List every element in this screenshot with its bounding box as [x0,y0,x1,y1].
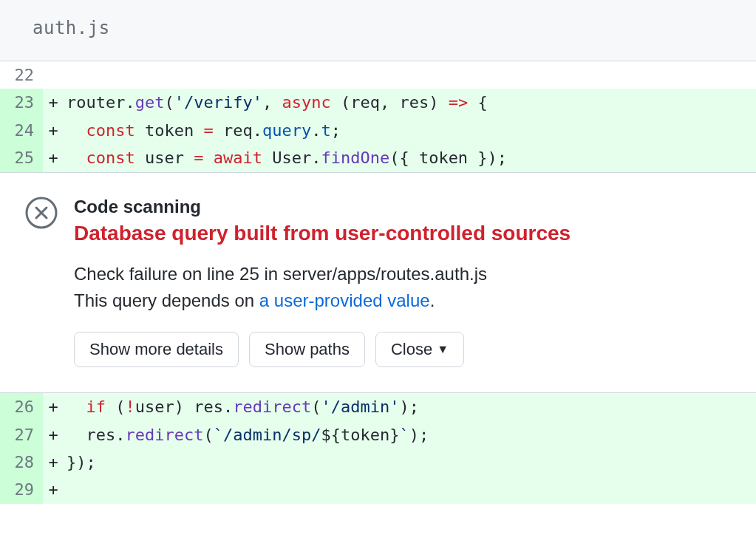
code-content[interactable]: if (!user) res.redirect('/admin'); [64,393,756,420]
diff-marker: + [43,449,64,476]
line-number: 25 [0,144,43,171]
show-more-details-button[interactable]: Show more details [74,332,239,368]
diff-marker: + [43,476,64,503]
code-line: 25+ const user = await User.findOne({ to… [0,144,756,171]
code-content[interactable]: router.get('/verify', async (req, res) =… [64,89,756,116]
code-content[interactable]: const token = req.query.t; [64,117,756,144]
diff-marker: + [43,89,64,116]
code-content[interactable]: const user = await User.findOne({ token … [64,144,756,171]
code-content[interactable] [64,61,756,89]
annotation-kicker: Code scanning [74,197,734,217]
line-number: 23 [0,89,43,116]
diff-marker: + [43,117,64,144]
annotation-close-icon[interactable] [25,197,58,368]
annotation-description: This query depends on a user-provided va… [74,290,734,311]
file-header: auth.js [0,0,756,61]
annotation-location: Check failure on line 25 in server/apps/… [74,264,734,284]
diff-table-bottom: 26+ if (!user) res.redirect('/admin');27… [0,393,756,504]
code-line: 23+router.get('/verify', async (req, res… [0,89,756,116]
annotation-title: Database query built from user-controlle… [74,220,734,246]
close-dropdown-button[interactable]: Close▼ [375,332,464,368]
annotation-source-link[interactable]: a user-provided value [259,290,430,310]
code-scanning-annotation: Code scanning Database query built from … [0,172,756,394]
diff-marker: + [43,421,64,449]
code-line: 26+ if (!user) res.redirect('/admin'); [0,393,756,420]
code-line: 28+}); [0,449,756,476]
code-content[interactable]: }); [64,449,756,476]
line-number: 27 [0,421,43,449]
diff-marker: + [43,144,64,171]
code-line: 24+ const token = req.query.t; [0,117,756,144]
code-line: 22 [0,61,756,89]
annotation-button-row: Show more details Show paths Close▼ [74,332,734,368]
diff-marker [43,61,64,89]
annotation-description-suffix: . [430,290,435,310]
code-line: 27+ res.redirect(`/admin/sp/${token}`); [0,421,756,449]
code-content[interactable] [64,476,756,503]
line-number: 29 [0,476,43,503]
file-name: auth.js [33,18,110,38]
line-number: 28 [0,449,43,476]
line-number: 22 [0,61,43,89]
caret-down-icon: ▼ [437,343,449,355]
code-line: 29+ [0,476,756,503]
code-content[interactable]: res.redirect(`/admin/sp/${token}`); [64,421,756,449]
close-button-label: Close [391,340,432,358]
annotation-description-prefix: This query depends on [74,290,259,310]
diff-table-top: 2223+router.get('/verify', async (req, r… [0,61,756,172]
diff-marker: + [43,393,64,420]
line-number: 26 [0,393,43,420]
show-paths-button[interactable]: Show paths [249,332,365,368]
line-number: 24 [0,117,43,144]
